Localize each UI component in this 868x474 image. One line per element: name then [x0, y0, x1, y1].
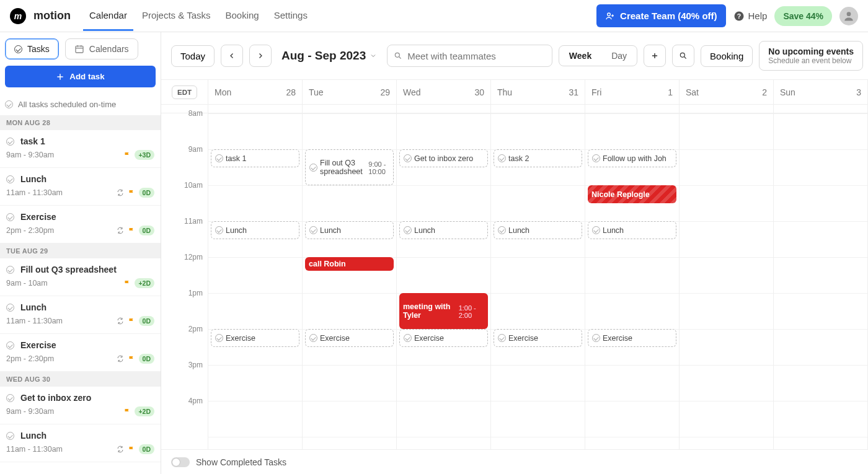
task-title: Fill out Q3 spreadsheet: [20, 265, 117, 274]
time-label: 1pm: [188, 289, 203, 297]
event-title: Lunch: [226, 226, 247, 235]
calendar-event[interactable]: Lunch: [305, 221, 394, 239]
time-label: 11am: [184, 217, 203, 226]
flag-icon: [123, 408, 131, 415]
prev-button[interactable]: [221, 45, 243, 67]
next-button[interactable]: [249, 45, 272, 67]
view-day[interactable]: Day: [601, 46, 637, 66]
calendar-event[interactable]: task 1: [211, 149, 299, 167]
sidebar: Tasks Calendars Add task All tasks sched…: [0, 32, 161, 474]
calendar-event[interactable]: Exercise: [588, 329, 676, 347]
calendar-event[interactable]: Exercise: [494, 329, 582, 347]
calendar-event[interactable]: Fill out Q3 spreadsheet9:00 - 10:00: [305, 149, 394, 185]
recurring-icon: [117, 189, 124, 196]
recurring-icon: [117, 317, 124, 325]
day-body[interactable]: [680, 105, 773, 437]
day-column[interactable]: Mon28task 1LunchExercise: [208, 80, 303, 449]
task-item[interactable]: Lunch11am - 11:30am0D: [0, 296, 161, 334]
day-group-header: WED AUG 30: [0, 372, 161, 387]
task-title: Get to inbox zero: [20, 393, 91, 403]
day-column[interactable]: Wed30Get to inbox zeroLunchmeeting with …: [397, 80, 491, 449]
day-header: Sat2: [680, 80, 773, 105]
day-column[interactable]: Tue29Fill out Q3 spreadsheet9:00 - 10:00…: [303, 80, 397, 449]
recurring-icon: [117, 355, 124, 362]
calendar-event[interactable]: call Robin: [305, 257, 394, 271]
content: Today Aug - Sep 2023 Week Day Booking No…: [161, 32, 868, 474]
question-circle-icon: ?: [733, 11, 745, 22]
nav-tab-booking[interactable]: Booking: [219, 1, 265, 31]
task-item[interactable]: Lunch11am - 11:30am0D: [0, 424, 161, 462]
add-task-label: Add task: [69, 72, 104, 81]
sidebar-tab-tasks[interactable]: Tasks: [5, 38, 59, 59]
day-body[interactable]: Get to inbox zeroLunchmeeting with Tyler…: [397, 105, 490, 437]
task-item[interactable]: Exercise2pm - 2:30pm0D: [0, 334, 161, 372]
calendar-event[interactable]: Nicole Replogle: [588, 185, 676, 203]
day-body[interactable]: task 1LunchExercise: [208, 105, 302, 437]
check-circle-icon: [6, 394, 14, 402]
view-week[interactable]: Week: [559, 46, 601, 66]
task-item[interactable]: task 19am - 9:30am+3D: [0, 130, 161, 168]
create-team-button[interactable]: Create Team (40% off): [596, 4, 725, 27]
day-body[interactable]: Fill out Q3 spreadsheet9:00 - 10:00Lunch…: [303, 105, 396, 437]
day-column[interactable]: Fri1Follow up with JohNicole ReplogleLun…: [585, 80, 680, 449]
day-column[interactable]: Thu31task 2LunchExercise: [491, 80, 585, 449]
task-time: 9am - 9:30am: [6, 151, 54, 159]
event-title: Exercise: [603, 334, 632, 343]
day-group-header: MON AUG 28: [0, 115, 161, 130]
calendar-event[interactable]: Get to inbox zero: [399, 149, 488, 167]
calendar-event[interactable]: Lunch: [588, 221, 676, 239]
save-pill[interactable]: Save 44%: [774, 6, 832, 26]
event-title: Follow up with Joh: [603, 154, 666, 163]
event-title: Lunch: [508, 226, 529, 235]
nav-tab-calendar[interactable]: Calendar: [83, 1, 133, 31]
task-title: Exercise: [20, 212, 56, 222]
brand: motion: [33, 9, 71, 22]
show-completed-toggle[interactable]: [171, 457, 190, 467]
day-body[interactable]: task 2LunchExercise: [491, 105, 585, 437]
check-circle-icon: [14, 45, 22, 53]
check-circle-icon: [5, 100, 13, 108]
upcoming-events-card[interactable]: No upcoming events Schedule an event bel…: [759, 41, 863, 71]
nav-tab-settings[interactable]: Settings: [268, 1, 314, 31]
search-input[interactable]: [407, 51, 546, 61]
add-task-button[interactable]: Add task: [5, 66, 156, 87]
booking-button[interactable]: Booking: [701, 45, 753, 67]
calendar-event[interactable]: Lunch: [211, 221, 299, 239]
svg-point-3: [847, 12, 851, 16]
check-circle-icon: [592, 334, 600, 342]
calendar-event[interactable]: Exercise: [399, 329, 488, 347]
check-circle-icon: [404, 154, 412, 162]
day-column[interactable]: Sun3: [774, 80, 868, 449]
task-time: 2pm - 2:30pm: [6, 354, 54, 363]
sidebar-tab-calendars[interactable]: Calendars: [65, 38, 138, 59]
logo-icon: m: [10, 8, 26, 24]
add-button[interactable]: [644, 45, 666, 67]
view-segment: Week Day: [559, 45, 637, 66]
task-item[interactable]: Lunch11am - 11:30am0D: [0, 168, 161, 206]
nav-tab-projects-tasks[interactable]: Projects & Tasks: [136, 1, 217, 31]
calendar-event[interactable]: Follow up with Joh: [588, 149, 676, 167]
topbar: m motion CalendarProjects & TasksBooking…: [0, 0, 868, 32]
calendar-event[interactable]: meeting with Tyler1:00 - 2:00: [399, 293, 488, 329]
task-item[interactable]: Get to inbox zero9am - 9:30am+2D: [0, 387, 161, 424]
search-button[interactable]: [672, 45, 694, 67]
calendar-grid: EDT 8am9am10am11am12pm1pm2pm3pm4pm Mon28…: [161, 79, 868, 449]
calendar-event[interactable]: Lunch: [399, 221, 488, 239]
date-range-picker[interactable]: Aug - Sep 2023: [278, 49, 381, 63]
today-button[interactable]: Today: [171, 45, 215, 67]
timezone-badge[interactable]: EDT: [172, 86, 197, 99]
calendar-event[interactable]: task 2: [494, 149, 582, 167]
day-body[interactable]: Follow up with JohNicole ReplogleLunchEx…: [585, 105, 679, 437]
check-circle-icon: [498, 154, 506, 162]
calendar-event[interactable]: Lunch: [494, 221, 582, 239]
task-item[interactable]: Fill out Q3 spreadsheet9am - 10am+2D: [0, 258, 161, 296]
search-box[interactable]: [387, 45, 552, 67]
calendar-event[interactable]: Exercise: [211, 329, 299, 347]
help-button[interactable]: ? Help: [733, 11, 768, 22]
profile-avatar[interactable]: [839, 7, 858, 25]
check-circle-icon: [6, 432, 14, 440]
calendar-event[interactable]: Exercise: [305, 329, 394, 347]
task-item[interactable]: Exercise2pm - 2:30pm0D: [0, 206, 161, 244]
day-body[interactable]: [774, 105, 867, 437]
day-column[interactable]: Sat2: [680, 80, 774, 449]
